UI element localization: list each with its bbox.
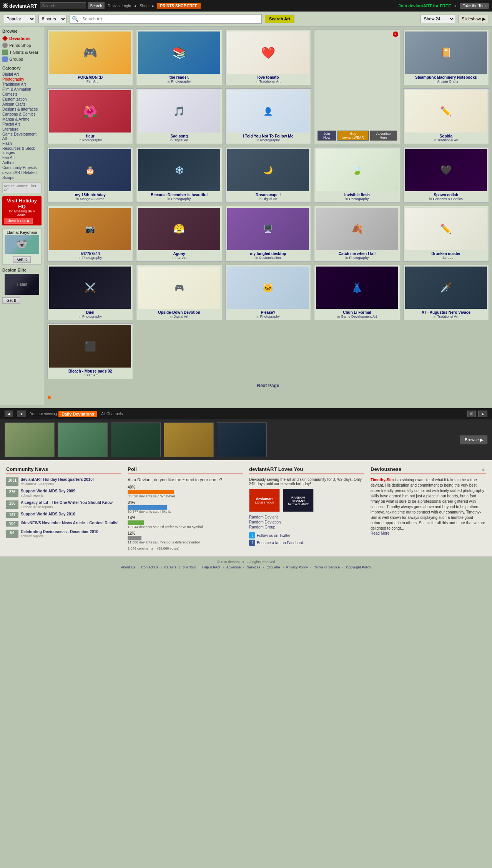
item-title[interactable]: I Told You Not To Follow Me [227,134,309,138]
design-elite-get-button[interactable]: Get It [2,297,20,304]
gallery-thumb[interactable]: 🍃 [316,149,398,191]
llama-get-button[interactable]: Get It [13,256,31,263]
slideshow-button[interactable]: Slideshow ▶ [458,15,489,23]
dd-thumb-2[interactable] [58,422,108,457]
cat-anthro[interactable]: Anthro [2,160,42,165]
gallery-thumb[interactable]: 📷 [49,208,131,250]
news-title-link[interactable]: Support World AIDS Day 2009 [21,489,75,493]
item-title[interactable]: Chun Li Formal [316,310,398,315]
news-title-link[interactable]: A Legacy of Lit - The One Writer You Sho… [21,500,113,505]
cat-cartoons-comics[interactable]: Cartoons & Comics [2,112,42,117]
sidebar-item-deviations[interactable]: Deviations [2,35,42,42]
time-select[interactable]: 8 hours 24 hours 3 days 1 week [38,15,66,23]
item-title[interactable]: Spawn collab [405,193,487,197]
cat-film-animation[interactable]: Film & Animation [2,87,42,92]
dd-label[interactable]: Daily Deviations [58,411,97,417]
gallery-thumb[interactable]: ✏️ [405,90,487,133]
item-title[interactable]: Invisible flesh [316,193,398,197]
item-title[interactable]: AT - Augustus Nero Vivace [405,310,487,315]
item-title[interactable]: Steampunk Machinery Notebooks [405,75,487,80]
gallery-thumb[interactable]: ⬛ [49,325,131,368]
dd-nav-right[interactable]: ▲ [17,411,26,417]
item-title[interactable]: Sophia [405,134,487,138]
ad-advertise-button[interactable]: Advertise Here [370,131,396,141]
dd-grid-button[interactable]: ⊞ [467,411,476,417]
item-title[interactable]: Upside-Down Devotion [138,310,220,315]
holiday-check-button[interactable]: Check it Out ▶ [4,218,33,224]
gallery-thumb[interactable]: 🎵 [138,90,220,133]
tour-button[interactable]: Take the Tour [460,3,489,9]
gallery-thumb[interactable]: 📔 [405,31,487,74]
gallery-thumb[interactable]: 🐱 [227,267,309,309]
gallery-thumb[interactable]: 🗡️ [405,267,487,309]
footer-services[interactable]: Services [247,565,260,569]
show-select[interactable]: Show 24 Show 48 Show 72 [421,15,455,23]
prints-button[interactable]: PRINTS SHOP FREE [157,3,201,9]
cat-designs-interfaces[interactable]: Designs & Interfaces [2,107,42,112]
footer-terms[interactable]: Terms of Service [314,565,340,569]
item-title[interactable]: Duel [49,310,131,315]
cat-customization[interactable]: Customization [2,97,42,102]
item-title[interactable]: love tomato [227,75,309,80]
cat-resources[interactable]: Resources & Stock Images [2,146,42,155]
sidebar-item-tshirts[interactable]: T-Shirts & Gear [2,49,42,56]
ad-join-button[interactable]: Join Now [317,131,336,141]
dd-nav-left[interactable]: ◀ [5,411,13,417]
cat-scraps[interactable]: Scraps [2,175,42,180]
item-title[interactable]: Drunken master [405,252,487,256]
footer-site-tour[interactable]: Site Tour [182,565,196,569]
gallery-thumb[interactable]: ⚔️ [49,267,131,309]
footer-contact[interactable]: Contact Us [141,565,158,569]
item-title[interactable]: the reader. [138,75,220,80]
footer-etiquette[interactable]: Etiquette [266,565,280,569]
item-title[interactable]: Catch me when I fall [316,252,398,256]
dd-browse-button[interactable]: Browse ▶ [460,436,487,444]
item-title[interactable]: Because December is beautiful [138,193,220,197]
footer-advertise[interactable]: Advertise [226,565,241,569]
dd-channels[interactable]: All Channels [101,412,123,416]
deviant-login-link[interactable]: Deviant Login [108,4,131,8]
item-title[interactable]: Please? [227,310,309,315]
cat-flash[interactable]: Flash [2,141,42,146]
rss-icon[interactable]: ■ [47,394,51,400]
footer-help[interactable]: Help & FAQ [202,565,220,569]
item-title[interactable]: Sad song [138,134,220,138]
gallery-thumb[interactable]: ❤️ [227,31,309,74]
item-title[interactable]: Bleach - Mouse pads 02 [49,369,131,373]
item-title[interactable]: my 18th birthday [49,193,131,197]
mature-content-filter[interactable]: Mature Content Filter Off [2,182,42,193]
deviousness-user-link[interactable]: Timothy-Sim [371,478,394,482]
news-title-link[interactable]: #devNEWS November News Article + Contest… [21,521,118,525]
header-search-input[interactable] [40,2,86,9]
gallery-thumb[interactable]: 📚 [138,31,220,74]
ad-wear-button[interactable]: Buy deviantWEAR [337,131,369,141]
next-page-link[interactable]: Next Page [47,379,489,392]
item-title[interactable]: my tangled desktop [227,252,309,256]
sidebar-item-prints-shop[interactable]: Prints Shop [2,42,42,49]
gallery-thumb[interactable]: 🍂 [316,208,398,250]
dd-thumb-1[interactable] [5,422,55,457]
art-search-icon[interactable]: 🔍 [70,16,80,22]
news-title-link[interactable]: Support World AIDS Day 2010 [21,512,75,516]
da-logo-random[interactable]: RANDOM DEVIANT TAKE A CHANCE [283,489,314,512]
random-deviation-link[interactable]: Random Deviation [249,520,364,524]
gallery-thumb[interactable]: ✏️ [405,208,487,250]
item-title[interactable]: fleur [49,134,131,138]
cat-game-dev[interactable]: Game Development Art [2,132,42,141]
item-title[interactable]: 547757544 [49,252,131,256]
footer-copyright[interactable]: Copyright Policy [346,565,371,569]
cat-digital-art[interactable]: Digital Art [2,72,42,77]
dd-upload-button[interactable]: ▲ [478,411,487,417]
random-deviant-link[interactable]: Random Deviant [249,515,364,519]
cat-contests[interactable]: Contests [2,92,42,97]
facebook-link[interactable]: f Become a fan on Facebook [249,540,364,546]
art-search-button[interactable]: Search Art [265,15,294,23]
cat-community-projects[interactable]: Community Projects [2,165,42,170]
footer-privacy[interactable]: Privacy Policy [286,565,308,569]
cat-da-related[interactable]: deviantART Related [2,170,42,175]
gallery-thumb[interactable]: 👤 [227,90,309,133]
deviousness-upload-icon[interactable]: ▲ [480,466,486,472]
gallery-thumb[interactable]: 🎂 [49,149,131,191]
dd-thumb-5[interactable] [217,422,267,457]
item-title[interactable]: Dreamscape I [227,193,309,197]
